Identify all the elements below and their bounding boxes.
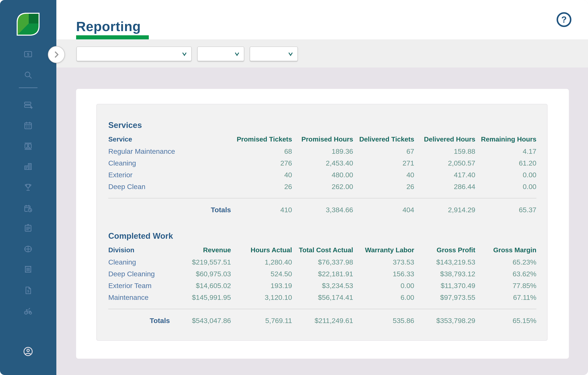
cell-value: 480.00 <box>292 171 353 179</box>
aspire-leaf-logo[interactable] <box>17 13 40 36</box>
completed-work-table: DivisionRevenueHours ActualTotal Cost Ac… <box>108 246 536 325</box>
cell-value: 3,120.10 <box>231 293 292 301</box>
table-row: Maintenance$145,991.953,120.10$56,174.41… <box>108 291 536 303</box>
cell-value: $38,793.12 <box>414 270 475 278</box>
filter-bar <box>56 39 588 67</box>
table-row: Exterior Team$14,605.02193.19$3,234.530.… <box>108 280 536 291</box>
pie-chart-icon[interactable] <box>23 244 33 254</box>
filter-dropdown-1[interactable] <box>76 47 192 61</box>
column-header: Service <box>108 135 231 143</box>
column-header: Gross Profit <box>414 246 475 254</box>
row-label[interactable]: Maintenance <box>108 293 170 301</box>
cell-value: 0.00 <box>475 171 536 179</box>
svg-text:$: $ <box>27 52 29 56</box>
totals-value: 3,384.66 <box>292 206 353 214</box>
totals-value: 2,914.29 <box>414 206 475 214</box>
row-label[interactable]: Deep Clean <box>108 183 231 191</box>
table-row: Regular Maintenance68189.3667159.884.17 <box>108 145 536 157</box>
cell-value: 0.00 <box>353 282 414 290</box>
table-divider <box>108 198 536 198</box>
services-title: Services <box>108 104 536 130</box>
cell-value: 61.20 <box>475 159 536 167</box>
cell-value: 286.44 <box>414 183 475 191</box>
cell-value: 1,280.40 <box>231 258 292 266</box>
column-header: Total Cost Actual <box>292 246 353 254</box>
column-header: Division <box>108 246 170 254</box>
contact-card-icon[interactable] <box>23 141 33 151</box>
help-button[interactable]: ? <box>556 11 572 28</box>
svg-text:$: $ <box>27 289 29 293</box>
app-window: $ <box>0 0 588 375</box>
receipt-icon[interactable] <box>23 265 33 274</box>
row-label[interactable]: Cleaning <box>108 159 231 167</box>
cell-value: 193.19 <box>231 282 292 290</box>
row-label[interactable]: Cleaning <box>108 258 170 266</box>
totals-row: Totals$543,047.865,769.11$211,249.61535.… <box>108 316 536 325</box>
completed-work-title: Completed Work <box>108 214 536 241</box>
trophy-icon[interactable] <box>23 182 33 192</box>
cell-value: 189.36 <box>292 147 353 155</box>
column-header: Gross Margin <box>475 246 536 254</box>
cell-value: 0.00 <box>475 183 536 191</box>
cell-value: 6.00 <box>353 293 414 301</box>
totals-value: 65.15% <box>475 317 536 325</box>
search-icon[interactable] <box>23 70 33 80</box>
cell-value: $143,219.53 <box>414 258 475 266</box>
schedule-clock-icon[interactable] <box>23 204 33 214</box>
sidebar-divider <box>19 87 38 88</box>
building-icon[interactable] <box>23 162 33 171</box>
report-card: Services ServicePromised TicketsPromised… <box>76 89 569 359</box>
filter-dropdown-2[interactable] <box>197 47 244 61</box>
table-row: Deep Clean26262.0026286.440.00 <box>108 181 536 193</box>
cell-value: $145,991.95 <box>170 293 231 301</box>
invoice-dollar-icon[interactable]: $ <box>23 286 33 295</box>
cell-value: $22,181.91 <box>292 270 353 278</box>
cell-value: 65.23% <box>475 258 536 266</box>
cell-value: 2,050.57 <box>414 159 475 167</box>
clipboard-icon[interactable] <box>23 223 33 233</box>
totals-value: $353,798.29 <box>414 317 475 325</box>
column-header: Hours Actual <box>231 246 292 254</box>
calendar-icon[interactable] <box>23 121 33 130</box>
cell-value: 2,453.40 <box>292 159 353 167</box>
cell-value: $11,370.49 <box>414 282 475 290</box>
money-bill-icon[interactable]: $ <box>23 49 33 59</box>
user-account-icon[interactable] <box>23 346 33 357</box>
cell-value: $56,174.41 <box>292 293 353 301</box>
report-panel: Services ServicePromised TicketsPromised… <box>96 104 547 341</box>
totals-value: 404 <box>353 206 414 214</box>
question-circle-icon: ? <box>556 11 572 28</box>
totals-label: Totals <box>108 317 170 325</box>
table-header-row: ServicePromised TicketsPromised HoursDel… <box>108 135 536 144</box>
title-accent-bar <box>76 35 149 39</box>
table-divider <box>108 309 536 309</box>
chevron-down-icon <box>180 50 189 58</box>
table-row: Cleaning2762,453.402712,050.5761.20 <box>108 157 536 169</box>
totals-value: $543,047.86 <box>170 317 231 325</box>
cell-value: $60,975.03 <box>170 270 231 278</box>
filter-dropdown-3[interactable] <box>250 47 298 61</box>
totals-row: Totals4103,384.664042,914.2965.37 <box>108 205 536 214</box>
cell-value: 67 <box>353 147 414 155</box>
page-title: Reporting <box>76 19 141 34</box>
column-header: Delivered Tickets <box>353 135 414 143</box>
cell-value: 68 <box>231 147 292 155</box>
totals-value: 535.86 <box>353 317 414 325</box>
totals-value: 5,769.11 <box>231 317 292 325</box>
row-label[interactable]: Regular Maintenance <box>108 147 231 155</box>
cell-value: $76,337.98 <box>292 258 353 266</box>
cell-value: $97,973.55 <box>414 293 475 301</box>
cell-value: 156.33 <box>353 270 414 278</box>
cell-value: 63.62% <box>475 270 536 278</box>
chevron-down-icon <box>286 50 295 58</box>
column-header: Promised Tickets <box>231 135 292 143</box>
row-label[interactable]: Deep Cleaning <box>108 270 170 278</box>
tractor-icon[interactable] <box>23 306 33 316</box>
cell-value: 67.11% <box>475 293 536 301</box>
row-label[interactable]: Exterior Team <box>108 282 170 290</box>
row-label[interactable]: Exterior <box>108 171 231 179</box>
sidebar-expand-button[interactable] <box>48 46 65 63</box>
cell-value: 40 <box>353 171 414 179</box>
cell-value: 524.50 <box>231 270 292 278</box>
list-add-icon[interactable] <box>23 100 33 110</box>
